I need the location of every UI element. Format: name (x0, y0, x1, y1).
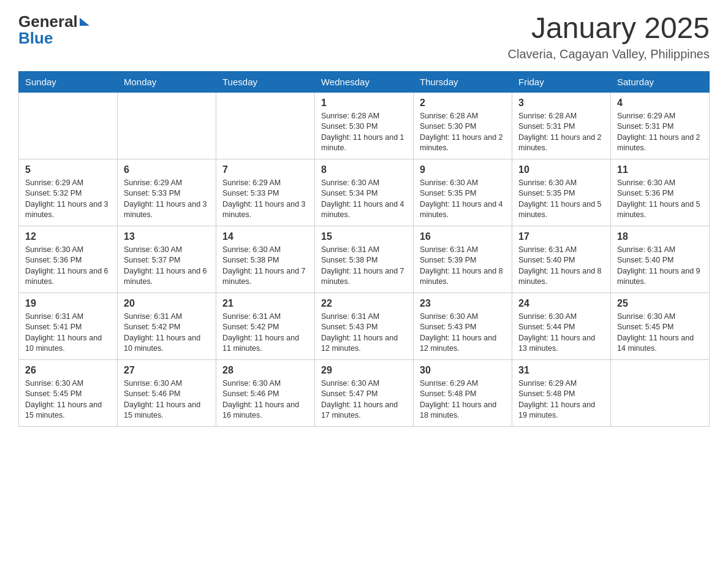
day-info: Sunrise: 6:29 AMSunset: 5:48 PMDaylight:… (420, 378, 506, 421)
day-number: 29 (321, 365, 407, 376)
day-number: 3 (518, 98, 604, 109)
day-info: Sunrise: 6:31 AMSunset: 5:43 PMDaylight:… (321, 312, 407, 354)
day-info: Sunrise: 6:28 AMSunset: 5:31 PMDaylight:… (518, 111, 604, 154)
calendar-day-25: 25Sunrise: 6:30 AMSunset: 5:45 PMDayligh… (611, 293, 710, 359)
calendar-day-17: 17Sunrise: 6:31 AMSunset: 5:40 PMDayligh… (512, 226, 611, 293)
day-info: Sunrise: 6:30 AMSunset: 5:38 PMDaylight:… (222, 245, 308, 288)
calendar-day-23: 23Sunrise: 6:30 AMSunset: 5:43 PMDayligh… (414, 293, 512, 359)
day-number: 12 (25, 231, 111, 242)
logo-arrow-icon (80, 18, 89, 26)
logo-text-blue: Blue (18, 29, 53, 48)
calendar-header-tuesday: Tuesday (216, 71, 315, 92)
day-info: Sunrise: 6:30 AMSunset: 5:36 PMDaylight:… (617, 178, 703, 221)
calendar-header-friday: Friday (512, 71, 611, 92)
calendar-table: SundayMondayTuesdayWednesdayThursdayFrid… (18, 71, 710, 427)
day-info: Sunrise: 6:30 AMSunset: 5:47 PMDaylight:… (321, 378, 407, 421)
calendar-day-15: 15Sunrise: 6:31 AMSunset: 5:38 PMDayligh… (315, 226, 414, 293)
calendar-header-sunday: Sunday (19, 71, 118, 92)
page-header: General Blue January 2025 Claveria, Caga… (18, 12, 710, 61)
logo: General Blue (18, 12, 89, 48)
calendar-day-3: 3Sunrise: 6:28 AMSunset: 5:31 PMDaylight… (512, 92, 611, 159)
calendar-header-thursday: Thursday (414, 71, 512, 92)
day-info: Sunrise: 6:29 AMSunset: 5:31 PMDaylight:… (617, 111, 703, 154)
day-info: Sunrise: 6:30 AMSunset: 5:43 PMDaylight:… (420, 312, 506, 354)
calendar-day-empty (19, 92, 118, 159)
day-number: 19 (25, 298, 111, 309)
day-info: Sunrise: 6:31 AMSunset: 5:42 PMDaylight:… (124, 312, 210, 354)
day-number: 6 (124, 164, 210, 175)
calendar-day-11: 11Sunrise: 6:30 AMSunset: 5:36 PMDayligh… (611, 159, 710, 226)
calendar-week-row: 5Sunrise: 6:29 AMSunset: 5:32 PMDaylight… (19, 159, 710, 226)
month-title: January 2025 (508, 12, 710, 45)
calendar-day-14: 14Sunrise: 6:30 AMSunset: 5:38 PMDayligh… (216, 226, 315, 293)
day-info: Sunrise: 6:30 AMSunset: 5:46 PMDaylight:… (222, 378, 308, 421)
calendar-day-empty (118, 92, 216, 159)
calendar-day-26: 26Sunrise: 6:30 AMSunset: 5:45 PMDayligh… (19, 359, 118, 426)
calendar-day-21: 21Sunrise: 6:31 AMSunset: 5:42 PMDayligh… (216, 293, 315, 359)
day-info: Sunrise: 6:30 AMSunset: 5:36 PMDaylight:… (25, 245, 111, 288)
calendar-day-2: 2Sunrise: 6:28 AMSunset: 5:30 PMDaylight… (414, 92, 512, 159)
day-info: Sunrise: 6:31 AMSunset: 5:41 PMDaylight:… (25, 312, 111, 354)
day-number: 17 (518, 231, 604, 242)
calendar-day-5: 5Sunrise: 6:29 AMSunset: 5:32 PMDaylight… (19, 159, 118, 226)
calendar-day-1: 1Sunrise: 6:28 AMSunset: 5:30 PMDaylight… (315, 92, 414, 159)
day-info: Sunrise: 6:31 AMSunset: 5:38 PMDaylight:… (321, 245, 407, 288)
day-number: 13 (124, 231, 210, 242)
day-info: Sunrise: 6:29 AMSunset: 5:33 PMDaylight:… (222, 178, 308, 221)
day-number: 9 (420, 164, 506, 175)
day-number: 21 (222, 298, 308, 309)
calendar-day-12: 12Sunrise: 6:30 AMSunset: 5:36 PMDayligh… (19, 226, 118, 293)
calendar-day-30: 30Sunrise: 6:29 AMSunset: 5:48 PMDayligh… (414, 359, 512, 426)
day-number: 22 (321, 298, 407, 309)
calendar-day-16: 16Sunrise: 6:31 AMSunset: 5:39 PMDayligh… (414, 226, 512, 293)
calendar-day-27: 27Sunrise: 6:30 AMSunset: 5:46 PMDayligh… (118, 359, 216, 426)
calendar-header-monday: Monday (118, 71, 216, 92)
day-number: 27 (124, 365, 210, 376)
day-info: Sunrise: 6:28 AMSunset: 5:30 PMDaylight:… (321, 111, 407, 154)
calendar-day-22: 22Sunrise: 6:31 AMSunset: 5:43 PMDayligh… (315, 293, 414, 359)
calendar-day-10: 10Sunrise: 6:30 AMSunset: 5:35 PMDayligh… (512, 159, 611, 226)
day-number: 30 (420, 365, 506, 376)
day-info: Sunrise: 6:31 AMSunset: 5:39 PMDaylight:… (420, 245, 506, 288)
calendar-day-24: 24Sunrise: 6:30 AMSunset: 5:44 PMDayligh… (512, 293, 611, 359)
day-number: 18 (617, 231, 703, 242)
calendar-day-20: 20Sunrise: 6:31 AMSunset: 5:42 PMDayligh… (118, 293, 216, 359)
day-info: Sunrise: 6:30 AMSunset: 5:34 PMDaylight:… (321, 178, 407, 221)
day-number: 10 (518, 164, 604, 175)
calendar-day-19: 19Sunrise: 6:31 AMSunset: 5:41 PMDayligh… (19, 293, 118, 359)
day-info: Sunrise: 6:31 AMSunset: 5:40 PMDaylight:… (617, 245, 703, 288)
calendar-day-9: 9Sunrise: 6:30 AMSunset: 5:35 PMDaylight… (414, 159, 512, 226)
day-number: 24 (518, 298, 604, 309)
calendar-header-row: SundayMondayTuesdayWednesdayThursdayFrid… (19, 71, 710, 92)
day-info: Sunrise: 6:30 AMSunset: 5:45 PMDaylight:… (617, 312, 703, 354)
day-number: 7 (222, 164, 308, 175)
calendar-day-4: 4Sunrise: 6:29 AMSunset: 5:31 PMDaylight… (611, 92, 710, 159)
day-number: 20 (124, 298, 210, 309)
day-number: 1 (321, 98, 407, 109)
calendar-header-saturday: Saturday (611, 71, 710, 92)
day-number: 15 (321, 231, 407, 242)
day-info: Sunrise: 6:30 AMSunset: 5:35 PMDaylight:… (518, 178, 604, 221)
day-number: 4 (617, 98, 703, 109)
calendar-header-wednesday: Wednesday (315, 71, 414, 92)
day-info: Sunrise: 6:29 AMSunset: 5:33 PMDaylight:… (124, 178, 210, 221)
calendar-week-row: 26Sunrise: 6:30 AMSunset: 5:45 PMDayligh… (19, 359, 710, 426)
day-info: Sunrise: 6:29 AMSunset: 5:48 PMDaylight:… (518, 378, 604, 421)
calendar-day-empty (216, 92, 315, 159)
calendar-day-7: 7Sunrise: 6:29 AMSunset: 5:33 PMDaylight… (216, 159, 315, 226)
day-number: 31 (518, 365, 604, 376)
day-info: Sunrise: 6:30 AMSunset: 5:46 PMDaylight:… (124, 378, 210, 421)
day-number: 25 (617, 298, 703, 309)
calendar-week-row: 12Sunrise: 6:30 AMSunset: 5:36 PMDayligh… (19, 226, 710, 293)
day-info: Sunrise: 6:29 AMSunset: 5:32 PMDaylight:… (25, 178, 111, 221)
calendar-day-6: 6Sunrise: 6:29 AMSunset: 5:33 PMDaylight… (118, 159, 216, 226)
calendar-day-28: 28Sunrise: 6:30 AMSunset: 5:46 PMDayligh… (216, 359, 315, 426)
calendar-day-29: 29Sunrise: 6:30 AMSunset: 5:47 PMDayligh… (315, 359, 414, 426)
day-info: Sunrise: 6:30 AMSunset: 5:45 PMDaylight:… (25, 378, 111, 421)
day-number: 23 (420, 298, 506, 309)
calendar-day-empty (611, 359, 710, 426)
calendar-day-31: 31Sunrise: 6:29 AMSunset: 5:48 PMDayligh… (512, 359, 611, 426)
calendar-day-13: 13Sunrise: 6:30 AMSunset: 5:37 PMDayligh… (118, 226, 216, 293)
day-info: Sunrise: 6:30 AMSunset: 5:37 PMDaylight:… (124, 245, 210, 288)
day-number: 8 (321, 164, 407, 175)
